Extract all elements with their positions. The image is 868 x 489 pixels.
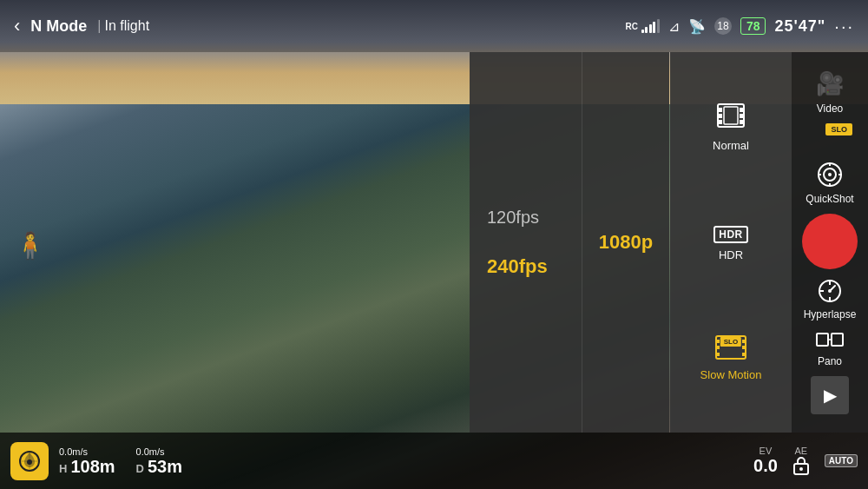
slowmotion-label: Slow Motion xyxy=(700,368,762,381)
mode-title: N Mode xyxy=(30,17,87,36)
video-icon: 🎥 xyxy=(816,70,844,97)
svg-rect-12 xyxy=(742,340,746,343)
signal-bar-5 xyxy=(657,19,660,33)
mode-hdr[interactable]: HDR HDR xyxy=(677,221,785,267)
d-speed-value: 0.0m/s xyxy=(136,446,165,457)
left-indicator: 🧍 xyxy=(14,229,46,260)
video-label: Video xyxy=(817,102,843,115)
h-speed-value: 0.0m/s xyxy=(59,446,88,457)
slo-corner-badge: SLO xyxy=(825,123,852,135)
settings-panel: 120fps 240fps 1080p Normal xyxy=(470,52,868,433)
hyperlapse-icon xyxy=(818,279,842,303)
h-label: H xyxy=(59,462,67,475)
svg-point-35 xyxy=(799,467,803,471)
svg-rect-1 xyxy=(718,108,722,112)
person-icon: 🧍 xyxy=(14,230,46,259)
pano-button[interactable]: Pano xyxy=(816,329,844,367)
ev-label: EV xyxy=(760,446,773,456)
mode-normal[interactable]: Normal xyxy=(677,98,785,157)
signal-bar-2 xyxy=(645,27,648,33)
slo-label-badge: SLO xyxy=(720,337,741,347)
right-controls: 🎥 Video SLO QuickShot xyxy=(792,52,868,433)
rc-signal-group: RC xyxy=(625,19,659,33)
svg-point-17 xyxy=(828,173,832,176)
bottom-right-controls: EV 0.0 AE AUTO xyxy=(753,446,858,476)
signal-bars xyxy=(641,19,660,33)
horizontal-speed-item: 0.0m/s H 108m xyxy=(59,446,115,476)
record-button[interactable] xyxy=(802,214,858,269)
flight-status: In flight xyxy=(104,18,149,34)
top-right-controls: RC ⊿ 📡 18 78 25'47" ··· xyxy=(625,17,854,36)
resolution-panel: 1080p xyxy=(582,52,669,433)
flight-timer: 25'47" xyxy=(774,17,825,36)
hyperlapse-label: Hyperlapse xyxy=(804,308,857,320)
mode-panel: Normal HDR HDR SLO xyxy=(670,52,792,433)
fps-panel: 120fps 240fps xyxy=(470,52,582,433)
ev-item: EV 0.0 xyxy=(753,446,778,476)
back-button[interactable]: ‹ xyxy=(14,15,20,37)
d-distance: 53m xyxy=(148,457,182,476)
normal-label: Normal xyxy=(713,139,749,152)
svg-rect-11 xyxy=(716,353,720,356)
top-bar: ‹ N Mode | In flight RC ⊿ 📡 18 78 25 xyxy=(0,0,868,52)
d-label: D xyxy=(136,462,144,475)
video-button[interactable]: 🎥 Video xyxy=(816,70,844,115)
fps-option-120[interactable]: 120fps xyxy=(487,208,539,228)
film-strip-icon xyxy=(717,103,745,134)
svg-rect-28 xyxy=(832,334,843,346)
telemetry-group: 0.0m/s H 108m 0.0m/s D 53m xyxy=(59,446,182,476)
svg-rect-13 xyxy=(742,346,746,349)
obstacle-indicator: 18 xyxy=(714,17,732,35)
svg-rect-9 xyxy=(716,340,720,343)
fps-option-240[interactable]: 240fps xyxy=(487,255,548,278)
battery-value: 78 xyxy=(746,19,760,33)
ev-value: 0.0 xyxy=(753,456,778,476)
map-icon xyxy=(17,449,42,473)
svg-rect-6 xyxy=(740,120,744,124)
rc-label: RC xyxy=(625,22,637,31)
pano-label: Pano xyxy=(818,355,842,367)
battery-group: 78 xyxy=(740,17,766,35)
h-distance: 108m xyxy=(70,457,115,476)
bottom-bar: 0.0m/s H 108m 0.0m/s D 53m EV 0.0 AE xyxy=(0,433,868,489)
svg-rect-4 xyxy=(740,108,744,112)
svg-rect-2 xyxy=(718,114,722,118)
svg-rect-10 xyxy=(716,346,720,349)
slo-icon-container: SLO xyxy=(715,335,746,363)
quickshot-icon xyxy=(817,162,843,188)
svg-rect-14 xyxy=(742,353,746,356)
quickshot-button[interactable]: QuickShot xyxy=(806,162,853,205)
map-button[interactable] xyxy=(10,442,49,480)
wifi-icon: ⊿ xyxy=(668,18,680,35)
svg-rect-3 xyxy=(718,120,722,124)
res-option-1080p[interactable]: 1080p xyxy=(599,224,653,261)
more-options-button[interactable]: ··· xyxy=(834,17,854,36)
lock-icon xyxy=(792,456,811,475)
quickshot-label: QuickShot xyxy=(806,193,853,205)
signal-bar-3 xyxy=(649,24,652,33)
signal-bar-4 xyxy=(653,22,655,33)
signal-bar-1 xyxy=(641,30,644,33)
svg-rect-27 xyxy=(817,334,828,346)
battery-box: 78 xyxy=(740,17,766,35)
antenna-icon: 📡 xyxy=(688,18,706,35)
slo-corner-container: SLO xyxy=(807,123,852,153)
hdr-label: HDR xyxy=(719,248,743,261)
exposure-group: EV 0.0 AE xyxy=(753,446,811,476)
svg-rect-5 xyxy=(740,114,744,118)
hyperlapse-button[interactable]: Hyperlapse xyxy=(804,279,857,320)
mode-slowmotion[interactable]: SLO Slow Motion xyxy=(677,330,785,387)
ae-item[interactable]: AE xyxy=(792,446,811,476)
pano-icon xyxy=(816,329,844,350)
separator: | xyxy=(97,18,101,34)
hdr-icon: HDR xyxy=(713,226,748,243)
gallery-button[interactable]: ▶ xyxy=(811,376,849,414)
ae-label: AE xyxy=(795,446,808,456)
play-icon: ▶ xyxy=(824,385,837,406)
hdr-box: HDR xyxy=(713,226,748,243)
svg-rect-7 xyxy=(724,107,738,124)
distance-item: 0.0m/s D 53m xyxy=(136,446,182,476)
auto-badge[interactable]: AUTO xyxy=(825,454,858,467)
